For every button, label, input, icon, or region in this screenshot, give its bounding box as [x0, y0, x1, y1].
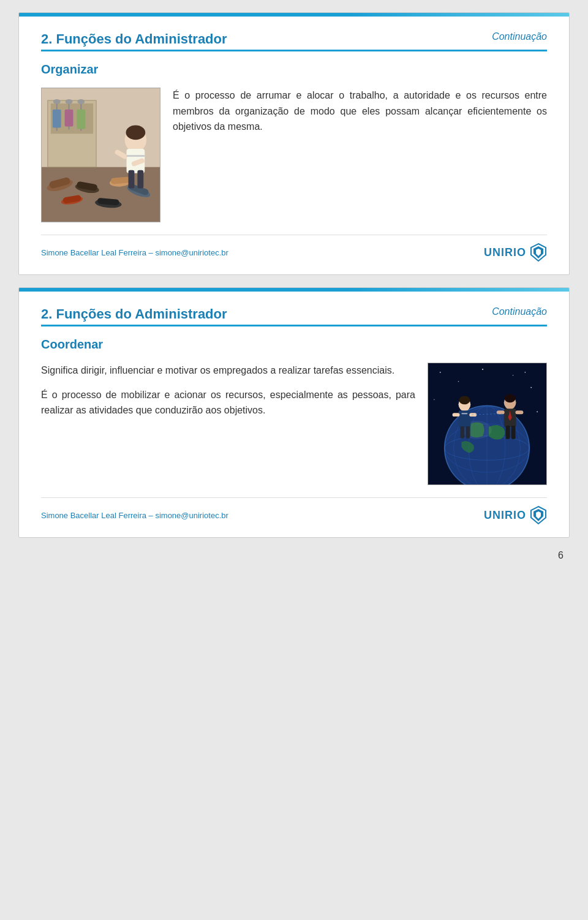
svg-rect-7	[53, 110, 61, 128]
slide-1-unirio-logo: UNIRIO	[484, 243, 547, 262]
slide-2-content: 2. Funções do Administrador Continuação …	[19, 292, 569, 537]
slide-2-header: 2. Funções do Administrador Continuação	[41, 306, 547, 322]
slide-1-continuacao: Continuação	[492, 31, 547, 42]
slide-2-footer: Simone Bacellar Leal Ferreira – simone@u…	[41, 497, 547, 525]
slide-1-underline	[41, 50, 547, 51]
slide-1-header: 2. Funções do Administrador Continuação	[41, 31, 547, 47]
svg-point-41	[513, 375, 514, 376]
slide-2-body: Significa dirigir, influenciar e motivar…	[41, 363, 547, 485]
page-number-container: 6	[18, 550, 570, 561]
svg-rect-62	[461, 413, 467, 414]
slide-2-title: 2. Funções do Administrador	[41, 306, 227, 322]
slide-2-paragraph-1: Significa dirigir, influenciar e motivar…	[41, 363, 415, 379]
svg-rect-28	[129, 170, 135, 189]
slide-1-subtitle: Organizar	[41, 62, 547, 77]
svg-point-39	[458, 381, 459, 382]
slide-2-subtitle: Coordenar	[41, 337, 547, 352]
svg-point-69	[505, 394, 516, 403]
slide-2-footer-author: Simone Bacellar Leal Ferreira – simone@u…	[41, 511, 228, 520]
svg-point-12	[77, 99, 85, 104]
svg-point-45	[525, 372, 526, 373]
slide-1-image	[41, 88, 160, 222]
slide-2-paragraph-2: É o processo de mobilizar e acionar os r…	[41, 387, 415, 418]
page-number: 6	[558, 550, 564, 560]
svg-rect-29	[137, 170, 143, 189]
unirio-icon-2	[530, 505, 547, 525]
slide-1-footer: Simone Bacellar Leal Ferreira – simone@u…	[41, 235, 547, 262]
svg-rect-58	[466, 426, 470, 439]
slide-2-image	[428, 363, 547, 485]
slide-2-unirio-logo: UNIRIO	[484, 505, 547, 525]
svg-point-38	[440, 372, 441, 373]
svg-rect-13	[77, 110, 85, 129]
slide-2-unirio-text: UNIRIO	[484, 509, 526, 522]
slide-1-unirio-text: UNIRIO	[484, 246, 526, 259]
svg-point-42	[530, 387, 532, 388]
slide-1-text: É o processo de arrumar e alocar o traba…	[173, 88, 547, 143]
svg-rect-65	[506, 426, 510, 439]
slide-2-continuacao: Continuação	[492, 306, 547, 317]
svg-point-44	[537, 411, 538, 412]
slide-2-text: Significa dirigir, influenciar e motivar…	[41, 363, 415, 427]
svg-point-40	[482, 369, 483, 370]
svg-point-43	[434, 399, 435, 401]
svg-point-9	[66, 99, 73, 104]
svg-point-32	[126, 126, 146, 140]
business-image	[428, 363, 547, 485]
shoes-image	[41, 88, 160, 222]
svg-rect-10	[65, 110, 74, 127]
slide-2: 2. Funções do Administrador Continuação …	[18, 287, 570, 538]
svg-rect-57	[460, 426, 464, 439]
unirio-icon-1	[530, 243, 547, 262]
svg-point-61	[459, 396, 470, 404]
svg-point-6	[53, 99, 61, 104]
slide-1-title: 2. Funções do Administrador	[41, 31, 227, 47]
svg-rect-68	[516, 410, 524, 414]
slide-1-footer-author: Simone Bacellar Leal Ferreira – simone@u…	[41, 248, 228, 257]
slide-1: 2. Funções do Administrador Continuação …	[18, 12, 570, 275]
svg-rect-33	[127, 155, 145, 157]
svg-rect-59	[453, 413, 460, 417]
svg-rect-66	[511, 426, 516, 439]
slide-1-paragraph: É o processo de arrumar e alocar o traba…	[173, 88, 547, 135]
slide-1-content: 2. Funções do Administrador Continuação …	[19, 17, 569, 274]
slide-1-body: É o processo de arrumar e alocar o traba…	[41, 88, 547, 222]
slide-2-underline	[41, 325, 547, 326]
